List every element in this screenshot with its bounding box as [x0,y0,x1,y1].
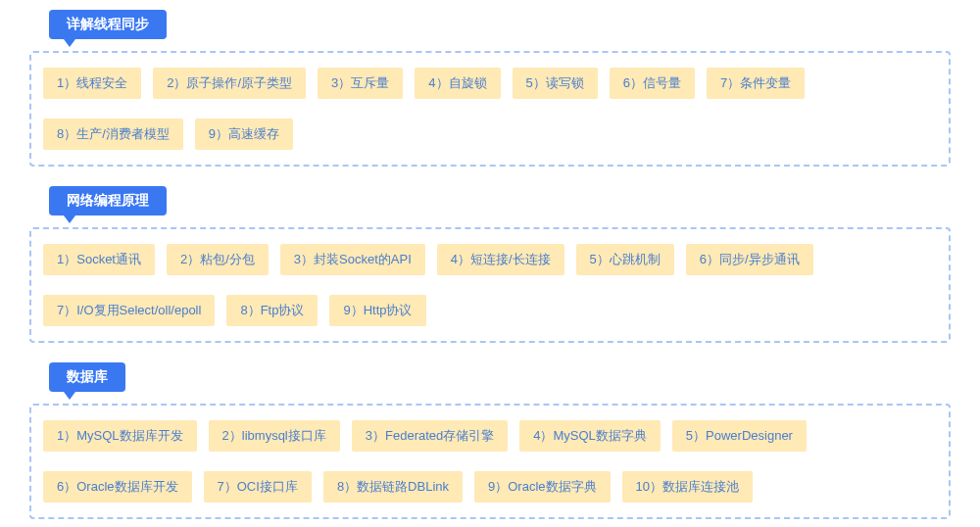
topic-item: 5）PowerDesigner [672,420,807,452]
topic-item: 1）MySQL数据库开发 [43,420,197,452]
section-thread-sync: 详解线程同步 1）线程安全 2）原子操作/原子类型 3）互斥量 4）自旋锁 5）… [29,10,951,167]
topic-item: 3）互斥量 [318,68,403,99]
topic-item: 6）信号量 [610,68,695,99]
topic-item: 3）Federated存储引擎 [352,420,509,452]
topic-item: 7）OCI接口库 [204,471,312,503]
topic-item: 9）Http协议 [329,295,425,326]
topic-item: 10）数据库连接池 [622,471,753,503]
topic-item: 4）MySQL数据字典 [519,420,661,452]
topic-item: 3）封装Socket的API [280,244,425,275]
topic-item: 1）Socket通讯 [43,244,155,275]
topic-item: 8）生产/消费者模型 [43,119,183,150]
topic-item: 2）原子操作/原子类型 [153,68,306,99]
section-body: 1）MySQL数据库开发 2）libmysql接口库 3）Federated存储… [29,404,951,519]
topic-item: 1）线程安全 [43,68,141,99]
topic-item: 8）数据链路DBLink [323,471,463,503]
topic-item: 6）同步/异步通讯 [686,244,813,275]
topic-item: 5）读写锁 [513,68,598,99]
section-header: 详解线程同步 [49,10,167,39]
topic-item: 2）libmysql接口库 [209,420,340,452]
section-title: 网络编程原理 [67,192,149,208]
section-title: 详解线程同步 [67,16,149,31]
topic-item: 9）高速缓存 [195,119,293,150]
topic-item: 5）心跳机制 [576,244,674,275]
section-database: 数据库 1）MySQL数据库开发 2）libmysql接口库 3）Federat… [29,362,951,519]
section-body: 1）Socket通讯 2）粘包/分包 3）封装Socket的API 4）短连接/… [29,227,951,343]
topic-item: 4）短连接/长连接 [437,244,564,275]
topic-item: 4）自旋锁 [415,68,500,99]
topic-item: 8）Ftp协议 [226,295,318,326]
section-header: 网络编程原理 [49,186,167,216]
section-header: 数据库 [49,362,125,392]
topic-item: 7）条件变量 [707,68,805,99]
section-network-programming: 网络编程原理 1）Socket通讯 2）粘包/分包 3）封装Socket的API… [29,186,951,343]
topic-item: 2）粘包/分包 [167,244,269,275]
section-body: 1）线程安全 2）原子操作/原子类型 3）互斥量 4）自旋锁 5）读写锁 6）信… [29,51,951,167]
topic-item: 6）Oracle数据库开发 [43,471,192,503]
topic-item: 7）I/O复用Select/oll/epoll [43,295,215,326]
topic-item: 9）Oracle数据字典 [474,471,611,503]
section-title: 数据库 [67,368,108,384]
